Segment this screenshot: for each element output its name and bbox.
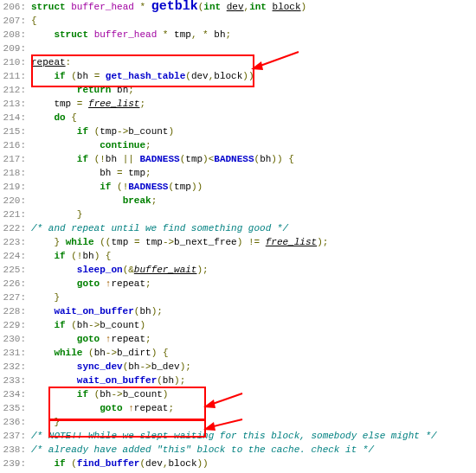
- code-line: 211: if (bh = get_hash_table(dev,block)): [0, 69, 476, 83]
- line-number: 230:: [0, 332, 31, 346]
- code-line: 226: goto ↑repeat;: [0, 277, 476, 291]
- code-line: 221: }: [0, 208, 476, 221]
- code-content: do {: [31, 111, 476, 125]
- code-content: if (!bh || BADNESS(tmp)<BADNESS(bh)) {: [31, 152, 476, 166]
- code-line: 218: bh = tmp;: [0, 166, 476, 180]
- code-content: wait_on_buffer(bh);: [31, 304, 476, 318]
- line-number: 223:: [0, 235, 31, 249]
- line-number: 231:: [0, 346, 31, 360]
- line-number: 210:: [0, 55, 31, 69]
- line-number: 221:: [0, 208, 31, 221]
- code-line: 230: goto ↑repeat;: [0, 332, 476, 346]
- line-number: 216:: [0, 138, 31, 152]
- code-line: 222:/* and repeat until we find somethin…: [0, 221, 476, 235]
- code-line: 208: struct buffer_head * tmp, * bh;: [0, 28, 476, 42]
- code-line: 239: if (find_buffer(dev,block)): [0, 457, 476, 470]
- line-number: 209:: [0, 42, 31, 55]
- code-content: sleep_on(&buffer_wait);: [31, 263, 476, 277]
- code-content: if (tmp->b_count): [31, 125, 476, 138]
- code-content: continue;: [31, 138, 476, 152]
- code-line: 231: while (bh->b_dirt) {: [0, 346, 476, 360]
- code-line: 209:: [0, 42, 476, 55]
- line-number: 219:: [0, 180, 31, 194]
- line-number: 220:: [0, 194, 31, 208]
- line-number: 206:: [0, 0, 31, 14]
- code-content: if (bh->b_count): [31, 387, 476, 401]
- code-line: 206:struct buffer_head * getblk(int dev,…: [0, 0, 476, 14]
- code-content: /* already have added "this" block to th…: [31, 443, 476, 457]
- line-number: 212:: [0, 83, 31, 97]
- code-content: if (!bh) {: [31, 249, 476, 263]
- code-line: 236: }: [0, 415, 476, 429]
- code-content: {: [31, 14, 476, 28]
- code-editor: 206:struct buffer_head * getblk(int dev,…: [0, 0, 476, 473]
- code-line: 229: if (bh->b_count): [0, 318, 476, 332]
- code-line: 234: if (bh->b_count): [0, 387, 476, 401]
- code-line: 225: sleep_on(&buffer_wait);: [0, 263, 476, 277]
- line-number: 225:: [0, 263, 31, 277]
- code-content: tmp = free_list;: [31, 97, 476, 111]
- code-line: 217: if (!bh || BADNESS(tmp)<BADNESS(bh)…: [0, 152, 476, 166]
- code-content: }: [31, 415, 476, 429]
- line-number: 229:: [0, 318, 31, 332]
- code-line: 214: do {: [0, 111, 476, 125]
- code-line: 233: wait_on_buffer(bh);: [0, 374, 476, 387]
- code-line: 235: goto ↑repeat;: [0, 401, 476, 415]
- line-number: 217:: [0, 152, 31, 166]
- code-content: }: [31, 208, 476, 221]
- code-content: if (!BADNESS(tmp)): [31, 180, 476, 194]
- code-content: goto ↑repeat;: [31, 332, 476, 346]
- code-line: 223: } while ((tmp = tmp->b_next_free) !…: [0, 235, 476, 249]
- code-content: while (bh->b_dirt) {: [31, 346, 476, 360]
- line-number: 211:: [0, 69, 31, 83]
- code-content: if (find_buffer(dev,block)): [31, 457, 476, 470]
- code-line: 224: if (!bh) {: [0, 249, 476, 263]
- code-content: /* NOTE!! While we slept waiting for thi…: [31, 429, 476, 443]
- code-line: 232: sync_dev(bh->b_dev);: [0, 360, 476, 374]
- code-line: 215: if (tmp->b_count): [0, 125, 476, 138]
- code-content: }: [31, 291, 476, 304]
- code-line: 207:{: [0, 14, 476, 28]
- line-number: 233:: [0, 374, 31, 387]
- code-content: struct buffer_head * tmp, * bh;: [31, 28, 476, 42]
- code-line: 237:/* NOTE!! While we slept waiting for…: [0, 429, 476, 443]
- line-number: 222:: [0, 221, 31, 235]
- code-content: if (bh->b_count): [31, 318, 476, 332]
- code-line: 220: break;: [0, 194, 476, 208]
- code-content: } while ((tmp = tmp->b_next_free) != fre…: [31, 235, 476, 249]
- code-content: goto ↑repeat;: [31, 277, 476, 291]
- code-content: struct buffer_head * getblk(int dev,int …: [31, 0, 476, 14]
- code-content: goto ↑repeat;: [31, 401, 476, 415]
- code-line: 212: return bh;: [0, 83, 476, 97]
- code-line: 227: }: [0, 291, 476, 304]
- code-line: 213: tmp = free_list;: [0, 97, 476, 111]
- line-number: 238:: [0, 443, 31, 457]
- code-content: return bh;: [31, 83, 476, 97]
- code-line: 238:/* already have added "this" block t…: [0, 443, 476, 457]
- code-content: break;: [31, 194, 476, 208]
- line-number: 236:: [0, 415, 31, 429]
- line-number: 239:: [0, 457, 31, 470]
- line-number: 228:: [0, 304, 31, 318]
- code-content: /* and repeat until we find something go…: [31, 221, 476, 235]
- code-content: repeat:: [31, 55, 476, 69]
- line-number: 237:: [0, 429, 31, 443]
- line-number: 227:: [0, 291, 31, 304]
- line-number: 235:: [0, 401, 31, 415]
- code-content: wait_on_buffer(bh);: [31, 374, 476, 387]
- line-number: 234:: [0, 387, 31, 401]
- code-line: 228: wait_on_buffer(bh);: [0, 304, 476, 318]
- code-line: 219: if (!BADNESS(tmp)): [0, 180, 476, 194]
- line-number: 207:: [0, 14, 31, 28]
- line-number: 226:: [0, 277, 31, 291]
- line-number: 208:: [0, 28, 31, 42]
- code-content: if (bh = get_hash_table(dev,block)): [31, 69, 476, 83]
- code-line: 210:repeat:: [0, 55, 476, 69]
- code-line: 216: continue;: [0, 138, 476, 152]
- code-content: sync_dev(bh->b_dev);: [31, 360, 476, 374]
- line-number: 213:: [0, 97, 31, 111]
- line-number: 215:: [0, 125, 31, 138]
- line-number: 232:: [0, 360, 31, 374]
- line-number: 224:: [0, 249, 31, 263]
- line-number: 218:: [0, 166, 31, 180]
